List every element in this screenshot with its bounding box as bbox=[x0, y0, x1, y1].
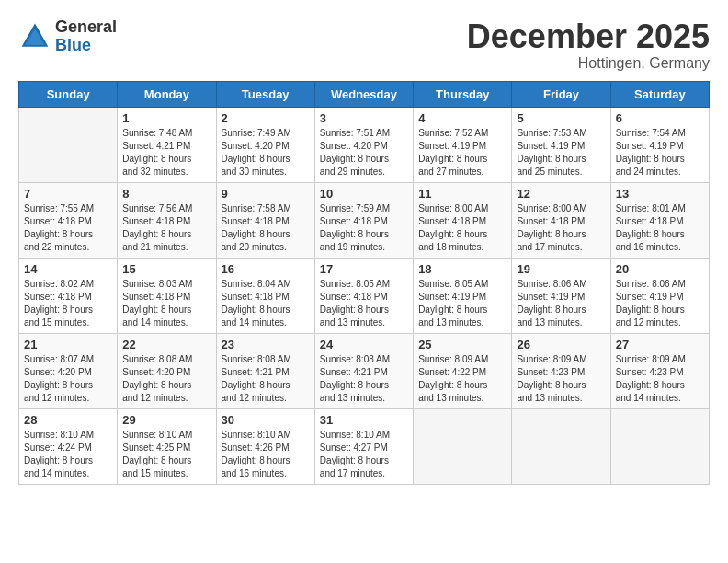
day-number: 14 bbox=[24, 262, 112, 276]
calendar-cell: 18Sunrise: 8:05 AMSunset: 4:19 PMDayligh… bbox=[414, 258, 512, 333]
day-info: Sunrise: 7:54 AMSunset: 4:19 PMDaylight:… bbox=[616, 127, 704, 178]
calendar-cell: 20Sunrise: 8:06 AMSunset: 4:19 PMDayligh… bbox=[610, 258, 709, 333]
day-info: Sunrise: 8:10 AMSunset: 4:27 PMDaylight:… bbox=[320, 429, 408, 480]
day-info: Sunrise: 8:09 AMSunset: 4:23 PMDaylight:… bbox=[616, 353, 704, 405]
day-info: Sunrise: 8:08 AMSunset: 4:21 PMDaylight:… bbox=[222, 353, 310, 405]
day-info: Sunrise: 8:08 AMSunset: 4:20 PMDaylight:… bbox=[122, 353, 210, 405]
day-number: 8 bbox=[122, 187, 210, 201]
calendar-cell: 17Sunrise: 8:05 AMSunset: 4:18 PMDayligh… bbox=[314, 258, 413, 333]
calendar-cell: 5Sunrise: 7:53 AMSunset: 4:19 PMDaylight… bbox=[512, 107, 610, 182]
day-header-friday: Friday bbox=[512, 81, 610, 107]
day-info: Sunrise: 8:07 AMSunset: 4:20 PMDaylight:… bbox=[24, 353, 112, 405]
calendar-cell: 27Sunrise: 8:09 AMSunset: 4:23 PMDayligh… bbox=[610, 333, 709, 408]
calendar-week-row: 21Sunrise: 8:07 AMSunset: 4:20 PMDayligh… bbox=[19, 333, 710, 408]
day-number: 30 bbox=[222, 413, 310, 427]
day-number: 15 bbox=[122, 262, 210, 276]
day-number: 18 bbox=[418, 262, 506, 276]
day-number: 12 bbox=[517, 187, 605, 201]
day-number: 29 bbox=[122, 413, 210, 427]
calendar-cell: 19Sunrise: 8:06 AMSunset: 4:19 PMDayligh… bbox=[512, 258, 610, 333]
calendar-cell: 24Sunrise: 8:08 AMSunset: 4:21 PMDayligh… bbox=[314, 333, 413, 408]
page-header: General Blue December 2025 Hottingen, Ge… bbox=[18, 18, 710, 72]
day-info: Sunrise: 8:10 AMSunset: 4:24 PMDaylight:… bbox=[24, 429, 112, 480]
day-info: Sunrise: 8:09 AMSunset: 4:22 PMDaylight:… bbox=[418, 353, 506, 405]
calendar-week-row: 7Sunrise: 7:55 AMSunset: 4:18 PMDaylight… bbox=[19, 182, 710, 258]
day-info: Sunrise: 7:51 AMSunset: 4:20 PMDaylight:… bbox=[320, 127, 408, 178]
calendar-week-row: 28Sunrise: 8:10 AMSunset: 4:24 PMDayligh… bbox=[19, 408, 710, 484]
calendar-cell: 10Sunrise: 7:59 AMSunset: 4:18 PMDayligh… bbox=[314, 182, 413, 258]
calendar-cell: 3Sunrise: 7:51 AMSunset: 4:20 PMDaylight… bbox=[314, 107, 413, 182]
calendar-cell: 1Sunrise: 7:48 AMSunset: 4:21 PMDaylight… bbox=[118, 107, 216, 182]
day-number: 13 bbox=[616, 187, 704, 201]
calendar-cell: 25Sunrise: 8:09 AMSunset: 4:22 PMDayligh… bbox=[414, 333, 512, 408]
calendar-cell bbox=[414, 408, 512, 484]
day-header-tuesday: Tuesday bbox=[216, 81, 314, 107]
day-number: 23 bbox=[222, 338, 310, 351]
day-info: Sunrise: 8:02 AMSunset: 4:18 PMDaylight:… bbox=[24, 278, 112, 329]
calendar-cell: 6Sunrise: 7:54 AMSunset: 4:19 PMDaylight… bbox=[610, 107, 709, 182]
calendar-cell: 7Sunrise: 7:55 AMSunset: 4:18 PMDaylight… bbox=[19, 182, 118, 258]
day-number: 16 bbox=[222, 262, 310, 276]
logo-blue: Blue bbox=[55, 36, 91, 54]
calendar-cell: 21Sunrise: 8:07 AMSunset: 4:20 PMDayligh… bbox=[19, 333, 118, 408]
logo: General Blue bbox=[18, 18, 117, 55]
calendar-cell: 16Sunrise: 8:04 AMSunset: 4:18 PMDayligh… bbox=[216, 258, 314, 333]
calendar-cell: 31Sunrise: 8:10 AMSunset: 4:27 PMDayligh… bbox=[314, 408, 413, 484]
day-info: Sunrise: 8:00 AMSunset: 4:18 PMDaylight:… bbox=[418, 202, 506, 254]
month-title: December 2025 bbox=[467, 18, 710, 55]
calendar-cell: 2Sunrise: 7:49 AMSunset: 4:20 PMDaylight… bbox=[216, 107, 314, 182]
day-number: 10 bbox=[320, 187, 408, 201]
day-number: 7 bbox=[24, 187, 112, 201]
day-info: Sunrise: 7:53 AMSunset: 4:19 PMDaylight:… bbox=[517, 127, 605, 178]
title-block: December 2025 Hottingen, Germany bbox=[467, 18, 710, 72]
day-number: 2 bbox=[222, 111, 310, 125]
calendar-table: SundayMondayTuesdayWednesdayThursdayFrid… bbox=[18, 81, 710, 485]
calendar-cell: 11Sunrise: 8:00 AMSunset: 4:18 PMDayligh… bbox=[414, 182, 512, 258]
calendar-cell: 12Sunrise: 8:00 AMSunset: 4:18 PMDayligh… bbox=[512, 182, 610, 258]
day-info: Sunrise: 8:05 AMSunset: 4:18 PMDaylight:… bbox=[320, 278, 408, 329]
day-number: 4 bbox=[418, 111, 506, 125]
day-number: 31 bbox=[320, 413, 408, 427]
day-info: Sunrise: 8:01 AMSunset: 4:18 PMDaylight:… bbox=[616, 202, 704, 254]
day-info: Sunrise: 7:52 AMSunset: 4:19 PMDaylight:… bbox=[418, 127, 506, 178]
logo-text: General Blue bbox=[55, 18, 117, 55]
calendar-cell bbox=[610, 408, 709, 484]
day-number: 3 bbox=[320, 111, 408, 125]
day-number: 17 bbox=[320, 262, 408, 276]
day-number: 19 bbox=[517, 262, 605, 276]
day-info: Sunrise: 7:59 AMSunset: 4:18 PMDaylight:… bbox=[320, 202, 408, 254]
calendar-cell: 4Sunrise: 7:52 AMSunset: 4:19 PMDaylight… bbox=[414, 107, 512, 182]
day-header-monday: Monday bbox=[118, 81, 216, 107]
day-info: Sunrise: 8:09 AMSunset: 4:23 PMDaylight:… bbox=[517, 353, 605, 405]
day-header-thursday: Thursday bbox=[414, 81, 512, 107]
calendar-cell: 9Sunrise: 7:58 AMSunset: 4:18 PMDaylight… bbox=[216, 182, 314, 258]
day-info: Sunrise: 7:49 AMSunset: 4:20 PMDaylight:… bbox=[222, 127, 310, 178]
day-info: Sunrise: 7:56 AMSunset: 4:18 PMDaylight:… bbox=[122, 202, 210, 254]
day-number: 25 bbox=[418, 338, 506, 351]
calendar-week-row: 14Sunrise: 8:02 AMSunset: 4:18 PMDayligh… bbox=[19, 258, 710, 333]
calendar-cell: 28Sunrise: 8:10 AMSunset: 4:24 PMDayligh… bbox=[19, 408, 118, 484]
day-info: Sunrise: 8:08 AMSunset: 4:21 PMDaylight:… bbox=[320, 353, 408, 405]
calendar-cell: 26Sunrise: 8:09 AMSunset: 4:23 PMDayligh… bbox=[512, 333, 610, 408]
day-info: Sunrise: 8:00 AMSunset: 4:18 PMDaylight:… bbox=[517, 202, 605, 254]
day-info: Sunrise: 8:04 AMSunset: 4:18 PMDaylight:… bbox=[222, 278, 310, 329]
day-number: 27 bbox=[616, 338, 704, 351]
day-number: 26 bbox=[517, 338, 605, 351]
day-header-sunday: Sunday bbox=[19, 81, 118, 107]
day-number: 11 bbox=[418, 187, 506, 201]
calendar-cell: 30Sunrise: 8:10 AMSunset: 4:26 PMDayligh… bbox=[216, 408, 314, 484]
day-info: Sunrise: 8:03 AMSunset: 4:18 PMDaylight:… bbox=[122, 278, 210, 329]
day-info: Sunrise: 8:10 AMSunset: 4:26 PMDaylight:… bbox=[222, 429, 310, 480]
logo-general: General bbox=[55, 17, 117, 36]
day-header-wednesday: Wednesday bbox=[314, 81, 413, 107]
day-number: 28 bbox=[24, 413, 112, 427]
calendar-cell: 23Sunrise: 8:08 AMSunset: 4:21 PMDayligh… bbox=[216, 333, 314, 408]
logo-icon bbox=[18, 20, 51, 53]
calendar-cell: 13Sunrise: 8:01 AMSunset: 4:18 PMDayligh… bbox=[610, 182, 709, 258]
day-number: 20 bbox=[616, 262, 704, 276]
day-number: 1 bbox=[122, 111, 210, 125]
day-info: Sunrise: 8:05 AMSunset: 4:19 PMDaylight:… bbox=[418, 278, 506, 329]
day-number: 21 bbox=[24, 338, 112, 351]
calendar-header-row: SundayMondayTuesdayWednesdayThursdayFrid… bbox=[19, 81, 710, 107]
day-info: Sunrise: 7:55 AMSunset: 4:18 PMDaylight:… bbox=[24, 202, 112, 254]
